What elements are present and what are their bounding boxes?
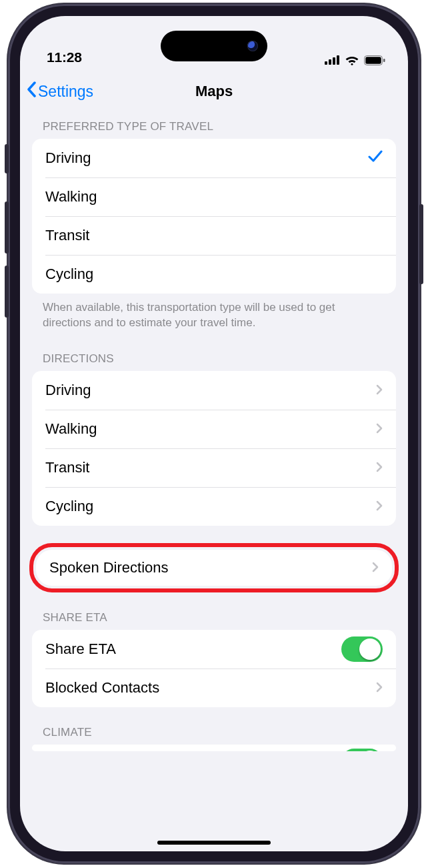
back-label: Settings — [38, 83, 93, 101]
back-button[interactable]: Settings — [27, 81, 93, 101]
toggle-switch[interactable] — [341, 749, 383, 751]
row-label: Driving — [45, 382, 376, 399]
svg-rect-3 — [337, 55, 339, 65]
section-header-share-eta: Share ETA — [20, 592, 408, 630]
side-button — [419, 204, 423, 284]
svg-rect-6 — [383, 59, 385, 62]
volume-down-button — [5, 266, 9, 318]
climate-group — [32, 745, 396, 751]
cellular-icon — [325, 55, 340, 65]
toggle-switch[interactable] — [341, 636, 383, 662]
blocked-contacts[interactable]: Blocked Contacts — [32, 669, 396, 707]
directions-cycling[interactable]: Cycling — [32, 487, 396, 526]
checkmark-icon — [368, 149, 383, 167]
directions-walking[interactable]: Walking — [32, 410, 396, 448]
volume-up-button — [5, 201, 9, 254]
section-footer-preferred: When available, this transportation type… — [20, 294, 408, 334]
share-eta-group: Share ETA Blocked Contacts — [32, 630, 396, 707]
row-label: Spoken Directions — [49, 559, 372, 576]
svg-rect-1 — [329, 59, 331, 65]
spoken-directions-group: Spoken Directions — [36, 550, 392, 586]
chevron-left-icon — [27, 81, 37, 101]
preferred-driving[interactable]: Driving — [32, 139, 396, 177]
section-header-directions: Directions — [20, 334, 408, 371]
chevron-right-icon — [376, 382, 383, 399]
row-label: Transit — [45, 459, 376, 476]
chevron-right-icon — [376, 679, 383, 697]
preferred-travel-group: Driving Walking Transit Cycling — [32, 139, 396, 294]
dynamic-island — [161, 31, 267, 61]
highlight-annotation: Spoken Directions — [29, 543, 399, 592]
home-indicator[interactable] — [157, 841, 271, 845]
directions-driving[interactable]: Driving — [32, 371, 396, 410]
row-label: Cycling — [45, 498, 376, 515]
chevron-right-icon — [376, 459, 383, 476]
page-title: Maps — [195, 83, 233, 100]
row-label: Cycling — [45, 266, 383, 283]
row-label: Walking — [45, 188, 383, 205]
phone-frame: 11:28 Settings Maps — [8, 4, 420, 863]
row-label: Blocked Contacts — [45, 679, 376, 697]
preferred-cycling[interactable]: Cycling — [32, 255, 396, 294]
share-eta-toggle-row[interactable]: Share ETA — [32, 630, 396, 669]
preferred-transit[interactable]: Transit — [32, 216, 396, 255]
spoken-directions[interactable]: Spoken Directions — [36, 550, 392, 586]
screen: 11:28 Settings Maps — [20, 16, 408, 851]
directions-group: Driving Walking Transit Cycling — [32, 371, 396, 526]
row-label: Share ETA — [45, 640, 341, 658]
content: Preferred Type of Travel Driving Walking… — [20, 109, 408, 851]
section-header-climate: Climate — [20, 707, 408, 745]
ringer-switch — [5, 144, 9, 173]
battery-icon — [364, 55, 385, 65]
svg-rect-0 — [325, 61, 327, 65]
row-label: Driving — [45, 149, 368, 167]
chevron-right-icon — [376, 420, 383, 438]
svg-rect-5 — [365, 57, 381, 64]
row-label: Walking — [45, 420, 376, 438]
svg-rect-2 — [333, 57, 335, 65]
chevron-right-icon — [376, 498, 383, 515]
preferred-walking[interactable]: Walking — [32, 177, 396, 216]
navigation-bar: Settings Maps — [20, 73, 408, 109]
directions-transit[interactable]: Transit — [32, 448, 396, 487]
wifi-icon — [345, 55, 359, 65]
chevron-right-icon — [372, 559, 379, 576]
section-header-preferred: Preferred Type of Travel — [20, 109, 408, 139]
row-label: Transit — [45, 227, 383, 244]
